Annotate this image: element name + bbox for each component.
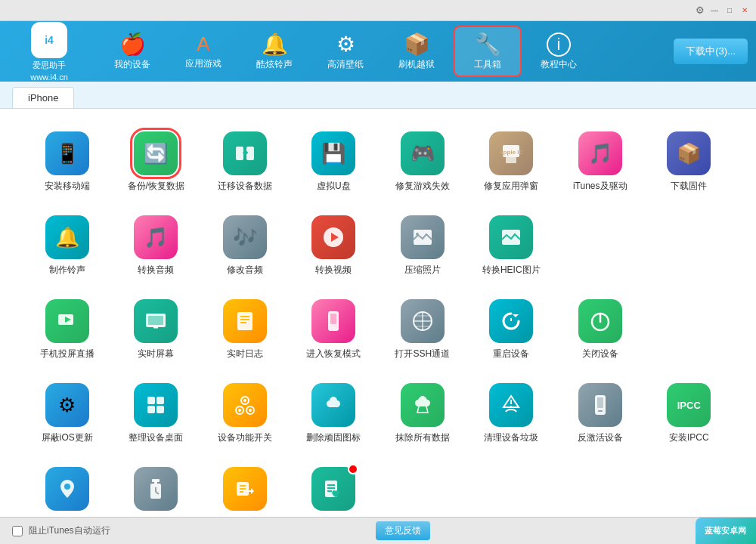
remove-icon-label: 删除顽固图标 [306, 431, 361, 444]
tool-restart[interactable]: 重启设备 [467, 292, 556, 368]
svg-rect-47 [154, 481, 157, 484]
tool-deactivate[interactable]: 反激活设备 [556, 376, 645, 452]
tool-clean-junk[interactable]: 清理设备垃圾 [467, 376, 556, 452]
tab-iphone[interactable]: iPhone [12, 87, 74, 108]
my-device-icon: 🍎 [119, 32, 146, 57]
modify-audio-icon: 🎶 [223, 215, 267, 259]
convert-heic-icon [489, 215, 533, 259]
tool-convert-audio[interactable]: 🎵 转换音频 [112, 208, 201, 284]
nav-my-device[interactable]: 🍎 我的设备 [98, 26, 166, 77]
tool-fake-location[interactable]: 虚拟定位 [23, 459, 112, 517]
watermark: 蓝莓安卓网 [696, 518, 756, 545]
tool-realtime-screen[interactable]: 实时屏幕 [112, 292, 201, 368]
itunes-checkbox[interactable] [12, 526, 23, 536]
apps-games-icon: A [197, 32, 209, 56]
tool-shutdown[interactable]: 关闭设备 [556, 292, 645, 368]
minimize-button[interactable]: — [709, 5, 720, 15]
install-mobile-icon: 📱 [45, 131, 89, 175]
window-controls: ⚙ — □ ✕ [696, 5, 750, 16]
close-button[interactable]: ✕ [739, 5, 750, 15]
nav-apps-games[interactable]: A 应用游戏 [169, 26, 237, 77]
nav-items: 🍎 我的设备 A 应用游戏 🔔 酷炫铃声 ⚙ 高清壁纸 📦 刷机越狱 🔧 工具箱… [98, 26, 665, 77]
logo-site-url: www.i4.cn [30, 73, 68, 82]
svg-point-8 [416, 233, 419, 236]
svg-text:Apple ID: Apple ID [500, 149, 522, 156]
shutdown-icon [578, 299, 622, 343]
tool-organize-desktop[interactable]: 整理设备桌面 [112, 376, 201, 452]
tool-screen-cast[interactable]: 手机投屏直播 [23, 292, 112, 368]
svg-marker-55 [251, 488, 254, 494]
download-firmware-label: 下载固件 [671, 180, 707, 193]
nav-ringtones[interactable]: 🔔 酷炫铃声 [240, 26, 308, 77]
tool-download-firmware[interactable]: 📦 下载固件 [645, 124, 734, 200]
tool-virtual-udisk[interactable]: 💾 虚拟U盘 [290, 124, 379, 200]
erase-all-label: 抹除所有数据 [395, 431, 450, 444]
maximize-button[interactable]: □ [724, 5, 735, 15]
ssh-label: 打开SSH通道 [395, 348, 450, 360]
nav-wallpapers[interactable]: ⚙ 高清壁纸 [311, 26, 380, 77]
tool-compress-photo[interactable]: 压缩照片 [378, 208, 467, 284]
nav-toolbox[interactable]: 🔧 工具箱 [454, 26, 522, 77]
realtime-screen-label: 实时屏幕 [138, 348, 174, 360]
backup-guide-label: 备份引导区数据 [302, 515, 365, 517]
tool-install-mobile[interactable]: 📱 安装移动端 [23, 124, 112, 200]
break-time-label: 破解时间限额 [129, 515, 183, 517]
svg-rect-1 [246, 147, 254, 160]
tool-recovery-mode[interactable]: 进入恢复模式 [290, 292, 379, 368]
tool-modify-audio[interactable]: 🎶 修改音频 [200, 208, 290, 284]
tool-fix-game[interactable]: 🎮 修复游戏失效 [378, 124, 467, 200]
tool-fix-popup[interactable]: Apple ID 修复应用弹窗 [467, 124, 556, 200]
backup-guide-icon [311, 467, 355, 511]
install-ipcc-icon: IPCC [667, 383, 711, 427]
nav-jailbreak[interactable]: 📦 刷机越狱 [383, 26, 451, 77]
tool-skip-setup[interactable]: 跳过设置向导 [200, 459, 290, 517]
organize-desktop-icon [134, 383, 178, 427]
svg-point-39 [249, 409, 252, 412]
bottom-bar: 阻止iTunes自动运行 意见反馈 蓝莓安卓网 [0, 517, 756, 544]
realtime-log-label: 实时日志 [227, 348, 263, 360]
tool-itunes[interactable]: 🎵 iTunes及驱动 [556, 124, 645, 200]
recovery-mode-label: 进入恢复模式 [306, 348, 361, 360]
tool-erase-all[interactable]: 抹除所有数据 [378, 376, 467, 452]
fake-location-label: 虚拟定位 [49, 515, 85, 517]
nav-my-device-label: 我的设备 [114, 58, 150, 71]
virtual-udisk-icon: 💾 [311, 131, 355, 175]
download-button[interactable]: 下载中(3)... [673, 38, 748, 65]
tutorial-icon: i [547, 32, 571, 57]
jailbreak-icon: 📦 [404, 32, 430, 57]
tool-install-ipcc[interactable]: IPCC 安装IPCC [645, 376, 734, 452]
tool-block-update[interactable]: ⚙ 屏蔽iOS更新 [23, 376, 112, 452]
settings-icon[interactable]: ⚙ [696, 5, 705, 16]
backup-restore-label: 备份/恢复数据 [128, 180, 184, 193]
organize-desktop-label: 整理设备桌面 [129, 431, 183, 444]
modify-audio-label: 修改音频 [227, 264, 263, 277]
tool-realtime-log[interactable]: 实时日志 [200, 292, 290, 368]
install-mobile-label: 安装移动端 [45, 180, 90, 193]
tool-function-switch[interactable]: 设备功能开关 [200, 376, 290, 452]
tool-break-time[interactable]: 破解时间限额 [112, 459, 201, 517]
nav-ringtones-label: 酷炫铃声 [256, 58, 293, 71]
svg-rect-20 [330, 314, 336, 324]
tool-convert-heic[interactable]: 转换HEIC图片 [467, 208, 556, 284]
title-bar: ⚙ — □ ✕ [0, 0, 756, 21]
main-content: 📱 安装移动端 🔄 备份/恢复数据 迁移设备数据 💾 [0, 109, 756, 517]
migrate-data-label: 迁移设备数据 [218, 180, 272, 193]
svg-rect-14 [148, 316, 163, 325]
function-switch-label: 设备功能开关 [218, 431, 272, 444]
nav-tutorial[interactable]: i 教程中心 [525, 26, 593, 77]
svg-point-35 [243, 399, 246, 402]
tool-migrate-data[interactable]: 迁移设备数据 [200, 124, 290, 200]
tool-make-ringtone[interactable]: 🔔 制作铃声 [23, 208, 112, 284]
tool-ssh[interactable]: 打开SSH通道 [378, 292, 467, 368]
tool-backup-restore[interactable]: 🔄 备份/恢复数据 [112, 124, 201, 200]
tool-convert-video[interactable]: 转换视频 [290, 208, 379, 284]
deactivate-label: 反激活设备 [578, 431, 623, 444]
virtual-udisk-label: 虚拟U盘 [317, 180, 351, 193]
make-ringtone-label: 制作铃声 [49, 264, 85, 277]
svg-rect-33 [156, 406, 164, 413]
tool-backup-guide[interactable]: 备份引导区数据 [290, 459, 379, 517]
skip-setup-icon [223, 467, 267, 511]
ringtones-icon: 🔔 [262, 32, 288, 57]
feedback-button[interactable]: 意见反馈 [376, 521, 430, 540]
tool-remove-icon[interactable]: 删除顽固图标 [290, 376, 379, 452]
